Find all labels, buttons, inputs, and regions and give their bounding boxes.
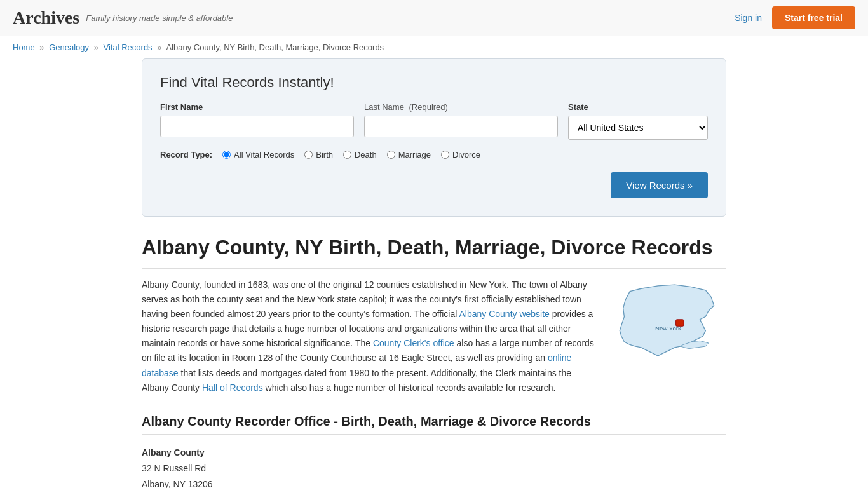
header-right: Sign in Start free trial xyxy=(735,6,855,29)
state-label: State xyxy=(568,102,708,112)
record-type-marriage-radio[interactable] xyxy=(387,151,395,159)
breadcrumb: Home » Genealogy » Vital Records » Alban… xyxy=(0,36,868,58)
state-group: State All United States Alabama Alaska N… xyxy=(568,102,708,140)
record-type-all[interactable]: All Vital Records xyxy=(222,150,294,159)
breadcrumb-genealogy[interactable]: Genealogy xyxy=(49,43,89,52)
header: Archives Family history made simple & af… xyxy=(0,0,868,36)
record-type-label: Record Type: xyxy=(160,150,212,159)
record-type-birth[interactable]: Birth xyxy=(304,150,333,159)
start-trial-button[interactable]: Start free trial xyxy=(772,6,855,29)
record-type-all-radio[interactable] xyxy=(222,151,231,159)
tagline: Family history made simple & affordable xyxy=(86,13,233,23)
breadcrumb-vital-records[interactable]: Vital Records xyxy=(104,43,153,52)
last-name-group: Last Name (Required) xyxy=(364,102,558,140)
first-name-label: First Name xyxy=(160,102,354,112)
header-left: Archives Family history made simple & af… xyxy=(13,8,233,28)
record-type-death-radio[interactable] xyxy=(343,151,351,159)
description-section: Albany County, founded in 1683, was one … xyxy=(142,278,726,395)
county-clerks-office-link[interactable]: County Clerk's office xyxy=(373,338,454,348)
office-name: Albany County xyxy=(142,445,726,461)
record-type-row: Record Type: All Vital Records Birth Dea… xyxy=(160,150,708,159)
breadcrumb-sep-1: » xyxy=(39,43,44,52)
page-title: Albany County, NY Birth, Death, Marriage… xyxy=(142,236,726,269)
record-type-birth-radio[interactable] xyxy=(304,151,313,159)
breadcrumb-sep-2: » xyxy=(94,43,98,52)
office-address1: 32 N Russell Rd xyxy=(142,461,726,477)
office-address2: Albany, NY 13206 xyxy=(142,477,726,488)
last-name-label: Last Name (Required) xyxy=(364,102,558,112)
map-container: New York xyxy=(612,278,726,395)
ny-state-map: New York xyxy=(612,280,726,376)
search-box: Find Vital Records Instantly! First Name… xyxy=(142,58,726,217)
first-name-group: First Name xyxy=(160,102,354,140)
record-type-divorce[interactable]: Divorce xyxy=(441,150,480,159)
search-box-title: Find Vital Records Instantly! xyxy=(160,74,708,91)
description-text: Albany County, founded in 1683, was one … xyxy=(142,278,599,395)
office-info: Albany County 32 N Russell Rd Albany, NY… xyxy=(142,445,726,488)
record-type-marriage[interactable]: Marriage xyxy=(387,150,431,159)
main-content: Find Vital Records Instantly! First Name… xyxy=(129,58,739,488)
record-type-options: All Vital Records Birth Death Marriage D… xyxy=(222,150,480,159)
last-name-input[interactable] xyxy=(364,116,558,137)
state-select[interactable]: All United States Alabama Alaska New Yor… xyxy=(568,116,708,140)
hall-of-records-link[interactable]: Hall of Records xyxy=(202,383,263,393)
section-heading: Albany County Recorder Office - Birth, D… xyxy=(142,414,726,435)
online-database-link[interactable]: online database xyxy=(142,353,571,377)
sign-in-link[interactable]: Sign in xyxy=(735,13,762,23)
record-type-death[interactable]: Death xyxy=(343,150,377,159)
breadcrumb-current: Albany County, NY Birth, Death, Marriage… xyxy=(166,43,384,52)
logo: Archives xyxy=(13,8,79,28)
albany-county-website-link[interactable]: Albany County website xyxy=(459,309,549,319)
view-records-button[interactable]: View Records » xyxy=(611,172,708,198)
btn-row: View Records » xyxy=(160,172,708,198)
record-type-divorce-radio[interactable] xyxy=(441,151,449,159)
svg-text:New York: New York xyxy=(655,325,681,332)
first-name-input[interactable] xyxy=(160,116,354,137)
breadcrumb-sep-3: » xyxy=(157,43,161,52)
form-row: First Name Last Name (Required) State Al… xyxy=(160,102,708,140)
breadcrumb-home[interactable]: Home xyxy=(13,43,35,52)
